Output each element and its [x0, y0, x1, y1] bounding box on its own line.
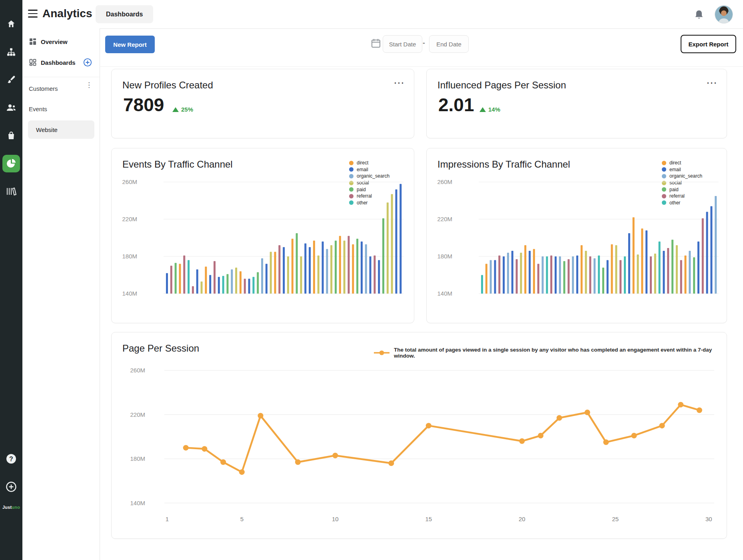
bar[interactable]	[196, 270, 198, 294]
bar[interactable]	[511, 251, 513, 294]
bar[interactable]	[559, 256, 561, 294]
bar[interactable]	[348, 236, 350, 294]
bar[interactable]	[222, 276, 224, 294]
bar[interactable]	[697, 242, 699, 294]
bar[interactable]	[702, 218, 704, 294]
bar[interactable]	[205, 267, 207, 294]
new-report-button[interactable]: New Report	[105, 36, 155, 53]
bar[interactable]	[490, 260, 492, 294]
sidebar-item-overview[interactable]: Overview	[22, 34, 100, 49]
bar[interactable]	[218, 277, 220, 294]
bar[interactable]	[624, 256, 626, 294]
bar[interactable]	[356, 239, 358, 294]
bar[interactable]	[209, 275, 211, 294]
bar[interactable]	[296, 233, 298, 294]
data-point[interactable]	[557, 415, 562, 421]
bar[interactable]	[689, 251, 691, 294]
help-icon[interactable]: ?	[0, 452, 22, 466]
home-icon[interactable]	[0, 17, 22, 31]
bar[interactable]	[257, 272, 259, 294]
bar[interactable]	[231, 270, 233, 294]
impressions-bar-chart[interactable]: 260M220M180M140M	[427, 148, 727, 323]
add-icon[interactable]	[0, 480, 22, 494]
bar[interactable]	[641, 228, 643, 294]
bar[interactable]	[637, 254, 639, 294]
bar[interactable]	[274, 252, 276, 294]
bar[interactable]	[287, 256, 289, 294]
shopping-bag-icon[interactable]	[0, 129, 22, 142]
bar[interactable]	[615, 245, 617, 294]
bar[interactable]	[240, 271, 242, 294]
bar[interactable]	[667, 248, 669, 294]
bar[interactable]	[278, 245, 280, 294]
sidebar-item-website[interactable]: Website	[28, 120, 94, 139]
bar[interactable]	[313, 240, 315, 294]
bar[interactable]	[485, 264, 487, 294]
bar[interactable]	[335, 240, 337, 294]
sidebar-item-customers[interactable]: Customers ⋮	[22, 81, 100, 96]
bar[interactable]	[326, 249, 328, 294]
bar[interactable]	[292, 239, 294, 294]
bar[interactable]	[175, 263, 177, 294]
bar[interactable]	[550, 256, 552, 294]
bar[interactable]	[365, 244, 367, 294]
data-point[interactable]	[295, 459, 301, 465]
bar[interactable]	[352, 244, 354, 294]
bar[interactable]	[378, 260, 380, 294]
sitemap-icon[interactable]	[0, 45, 22, 59]
bar[interactable]	[541, 256, 543, 294]
data-point[interactable]	[388, 460, 394, 466]
bar[interactable]	[188, 260, 190, 294]
bar[interactable]	[252, 277, 254, 294]
bar[interactable]	[481, 275, 483, 294]
bar[interactable]	[537, 264, 539, 294]
bar[interactable]	[671, 240, 673, 294]
bar[interactable]	[395, 190, 397, 294]
bar[interactable]	[322, 242, 324, 294]
bar[interactable]	[373, 256, 375, 294]
bar[interactable]	[602, 268, 604, 294]
bar[interactable]	[524, 245, 526, 294]
bar[interactable]	[576, 256, 578, 294]
bar[interactable]	[706, 212, 708, 294]
bar[interactable]	[598, 256, 600, 294]
data-point[interactable]	[678, 402, 683, 408]
data-point[interactable]	[332, 453, 338, 458]
bar[interactable]	[344, 240, 346, 294]
bar[interactable]	[361, 242, 363, 294]
data-point[interactable]	[202, 446, 207, 452]
data-point[interactable]	[631, 433, 637, 438]
notifications-bell-icon[interactable]	[692, 8, 706, 22]
data-point[interactable]	[538, 433, 543, 438]
bar[interactable]	[226, 274, 228, 294]
bar[interactable]	[214, 261, 216, 294]
bar[interactable]	[693, 257, 695, 294]
bar[interactable]	[715, 196, 717, 294]
bar[interactable]	[339, 236, 341, 294]
bar[interactable]	[399, 184, 401, 294]
users-icon[interactable]	[0, 101, 22, 114]
bar[interactable]	[166, 273, 168, 294]
bar[interactable]	[270, 252, 272, 294]
bar[interactable]	[201, 282, 203, 294]
data-point[interactable]	[519, 438, 525, 444]
bar[interactable]	[387, 202, 389, 294]
bar[interactable]	[663, 251, 665, 294]
bar[interactable]	[533, 249, 535, 294]
bar[interactable]	[645, 230, 647, 294]
user-avatar[interactable]	[715, 6, 733, 23]
bar[interactable]	[516, 259, 518, 294]
paintbrush-icon[interactable]	[0, 73, 22, 86]
bar[interactable]	[498, 256, 500, 294]
data-point[interactable]	[183, 445, 189, 450]
bar[interactable]	[710, 206, 712, 294]
data-point[interactable]	[258, 413, 264, 418]
hamburger-menu-icon[interactable]	[28, 10, 38, 18]
bar[interactable]	[593, 258, 595, 294]
data-point[interactable]	[659, 423, 665, 428]
bar[interactable]	[563, 261, 565, 294]
page-per-session-line-chart[interactable]: 260M220M180M140M151015202530	[112, 332, 727, 538]
bar[interactable]	[300, 256, 302, 294]
bar[interactable]	[494, 260, 496, 294]
sidebar-item-dashboards[interactable]: Dashboards	[22, 55, 100, 70]
